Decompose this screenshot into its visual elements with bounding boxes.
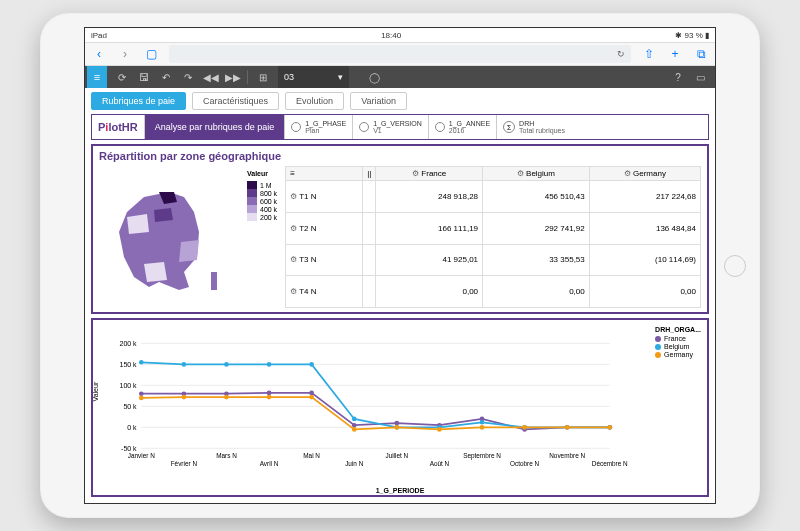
legend-title: Valeur <box>247 170 277 177</box>
svg-point-36 <box>139 360 144 365</box>
comment-icon[interactable]: ▭ <box>693 72 707 83</box>
chevron-down-icon: ▾ <box>338 72 343 82</box>
save-icon[interactable]: 🖫 <box>137 72 151 83</box>
table-pause-col: || <box>363 167 376 181</box>
browser-toolbar: ‹ › ▢ ↻ ⇧ + ⧉ <box>85 42 715 66</box>
table-row[interactable]: ⚙ T2 N166 111,19292 741,92136 484,84 <box>286 212 701 244</box>
table-corner: ≡ <box>286 167 363 181</box>
view-tabs: Rubriques de paieCaractéristiquesEvoluti… <box>85 88 715 114</box>
undo-icon[interactable]: ↶ <box>159 72 173 83</box>
svg-point-52 <box>309 395 314 400</box>
hamburger-button[interactable]: ≡ <box>87 66 107 88</box>
redo-icon[interactable]: ↷ <box>181 72 195 83</box>
forward-button[interactable]: › <box>117 46 133 62</box>
svg-point-44 <box>480 420 485 425</box>
forward-step-icon[interactable]: ▶▶ <box>225 72 239 83</box>
svg-point-53 <box>352 427 357 432</box>
table-col-0[interactable]: ⚙ France <box>376 167 483 181</box>
svg-point-49 <box>182 395 187 400</box>
sigma-icon: Σ <box>503 121 515 133</box>
legend-item-1: 800 k <box>247 189 277 197</box>
geo-panel: Répartition par zone géographique <box>91 144 709 314</box>
ios-status-bar: iPad 18:40 ✱ 93 % ▮ <box>85 28 715 42</box>
svg-point-59 <box>607 425 612 430</box>
svg-point-29 <box>352 423 357 428</box>
filter-1[interactable]: 1_G_VERSIONV1 <box>352 115 428 139</box>
svg-text:Mars N: Mars N <box>216 452 237 459</box>
ring-icon <box>291 122 301 132</box>
svg-text:Avril N: Avril N <box>260 460 279 467</box>
battery-label: ✱ 93 % ▮ <box>675 31 709 40</box>
page-title: Analyse par rubriques de paie <box>145 115 285 139</box>
svg-point-55 <box>437 427 442 432</box>
table-row[interactable]: ⚙ T3 N41 925,0133 355,53(10 114,69) <box>286 244 701 276</box>
chart-legend-item-2: Germany <box>655 351 701 358</box>
address-bar[interactable]: ↻ <box>169 45 631 63</box>
tabs-button[interactable]: ⧉ <box>693 46 709 62</box>
new-tab-button[interactable]: + <box>667 46 683 62</box>
svg-point-41 <box>352 417 357 422</box>
carrier-label: iPad <box>91 31 107 40</box>
ring-icon <box>435 122 445 132</box>
table-row[interactable]: ⚙ T1 N248 918,28456 510,43217 224,68 <box>286 181 701 213</box>
user-icon[interactable]: ◯ <box>367 72 381 83</box>
app-logo: PilotHR <box>92 115 145 139</box>
share-button[interactable]: ⇧ <box>641 46 657 62</box>
back-button[interactable]: ‹ <box>91 46 107 62</box>
grid-icon[interactable]: ⊞ <box>256 72 270 83</box>
legend-item-2: 600 k <box>247 197 277 205</box>
svg-text:200 k: 200 k <box>120 340 138 347</box>
filter-3[interactable]: ΣDRHTotal rubriques <box>496 115 571 139</box>
screen: iPad 18:40 ✱ 93 % ▮ ‹ › ▢ ↻ ⇧ + ⧉ ≡ ⟳ 🖫 … <box>84 27 716 504</box>
home-button[interactable] <box>724 255 746 277</box>
tab-3[interactable]: Variation <box>350 92 407 110</box>
table-col-1[interactable]: ⚙ Belgium <box>483 167 590 181</box>
svg-point-39 <box>267 362 272 367</box>
chart-legend-title: DRH_ORGA... <box>655 326 701 333</box>
svg-text:Février N: Février N <box>171 460 198 467</box>
trend-panel: Valeur -50 k0 k50 k100 k150 k200 kJanvie… <box>91 318 709 497</box>
filter-0[interactable]: 1_G_PHASEPlan <box>284 115 352 139</box>
bookmarks-button[interactable]: ▢ <box>143 46 159 62</box>
refresh-icon[interactable]: ⟳ <box>115 72 129 83</box>
help-icon[interactable]: ? <box>671 72 685 83</box>
tab-0[interactable]: Rubriques de paie <box>91 92 186 110</box>
data-table[interactable]: ≡||⚙ France⚙ Belgium⚙ Germany ⚙ T1 N248 … <box>285 166 701 308</box>
svg-point-50 <box>224 395 229 400</box>
clock-label: 18:40 <box>381 31 401 40</box>
svg-text:Janvier N: Janvier N <box>128 452 155 459</box>
svg-point-58 <box>565 425 570 430</box>
svg-text:50 k: 50 k <box>123 403 137 410</box>
svg-text:Mai N: Mai N <box>303 452 320 459</box>
chart-legend-item-1: Belgium <box>655 343 701 350</box>
svg-text:Juin N: Juin N <box>345 460 363 467</box>
svg-point-48 <box>139 396 144 401</box>
ring-icon <box>359 122 369 132</box>
filter-2[interactable]: 1_G_ANNEE2016 <box>428 115 496 139</box>
legend-item-3: 400 k <box>247 205 277 213</box>
line-chart[interactable]: -50 k0 k50 k100 k150 k200 kJanvier NFévr… <box>97 324 703 491</box>
legend-item-4: 200 k <box>247 213 277 221</box>
tab-2[interactable]: Evolution <box>285 92 344 110</box>
svg-point-24 <box>139 391 144 396</box>
map-chart[interactable] <box>99 166 239 308</box>
page-dropdown[interactable]: 03 ▾ <box>278 66 349 88</box>
svg-point-57 <box>522 425 527 430</box>
chart-legend: DRH_ORGA... FranceBelgiumGermany <box>655 326 701 359</box>
svg-point-56 <box>480 425 485 430</box>
chart-legend-item-0: France <box>655 335 701 342</box>
toolbar-separator <box>247 70 248 84</box>
table-col-2[interactable]: ⚙ Germany <box>589 167 700 181</box>
reload-icon[interactable]: ↻ <box>617 49 625 59</box>
svg-point-51 <box>267 395 272 400</box>
ipad-frame: iPad 18:40 ✱ 93 % ▮ ‹ › ▢ ↻ ⇧ + ⧉ ≡ ⟳ 🖫 … <box>40 13 760 518</box>
tab-1[interactable]: Caractéristiques <box>192 92 279 110</box>
table-row[interactable]: ⚙ T4 N0,000,000,00 <box>286 276 701 308</box>
svg-text:-50 k: -50 k <box>121 445 137 452</box>
rewind-icon[interactable]: ◀◀ <box>203 72 217 83</box>
svg-text:Septembre N: Septembre N <box>463 452 501 460</box>
svg-point-28 <box>309 391 314 396</box>
chart-y-label: Valeur <box>92 381 99 401</box>
svg-text:Août N: Août N <box>430 460 450 467</box>
svg-text:Novembre N: Novembre N <box>549 452 585 459</box>
